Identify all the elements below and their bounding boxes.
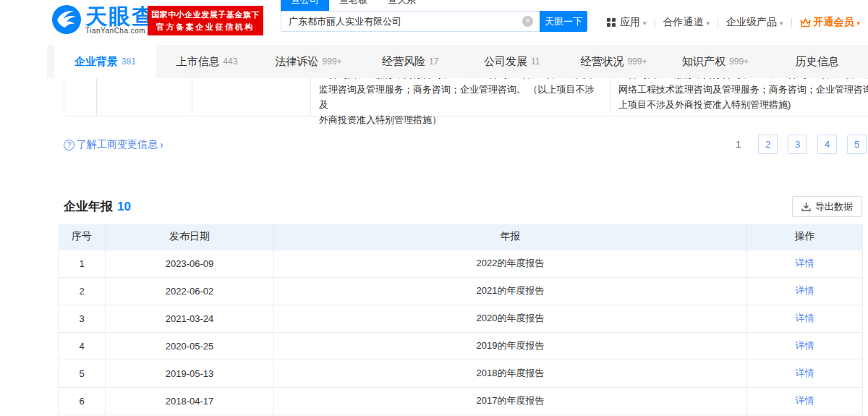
tianyancha-logo-icon — [52, 5, 81, 34]
change-table-border — [96, 72, 97, 116]
cell-report: 2019的年度报告 — [274, 332, 747, 360]
cell-no: 3 — [59, 305, 106, 332]
question-circle-icon: ? — [64, 140, 75, 150]
chevron-down-icon: ▾ — [857, 20, 861, 27]
page-1-current[interactable]: 1 — [728, 135, 748, 154]
annual-report-section-title: 企业年报10 — [64, 198, 131, 215]
menu-apps[interactable]: 应用 ▾ — [599, 16, 655, 29]
table-row: 2 2022-06-02 2021的年度报告 详情 — [59, 277, 863, 305]
detail-link[interactable]: 详情 — [796, 340, 814, 351]
table-header-row: 序号 发布日期 年报 操作 — [59, 224, 863, 250]
chevron-down-icon: ▾ — [643, 20, 647, 27]
change-table-border — [64, 72, 64, 116]
tab-count: 381 — [122, 56, 136, 67]
download-icon — [801, 202, 811, 211]
page-3[interactable]: 3 — [788, 135, 807, 154]
col-header-action: 操作 — [747, 224, 863, 250]
tab-operating-status[interactable]: 经营状况 999+ — [563, 45, 665, 78]
menu-label: 合作通道 — [663, 16, 704, 29]
detail-link[interactable]: 详情 — [796, 368, 814, 378]
tab-label: 公司发展 — [484, 55, 527, 69]
menu-vip-membership[interactable]: 开通会员 ▾ — [792, 16, 868, 29]
tab-count: 999+ — [627, 56, 647, 67]
tab-label: 法律诉讼 — [276, 55, 319, 69]
page-2[interactable]: 2 — [758, 135, 778, 154]
logo-title: 天眼查 — [85, 5, 155, 28]
tab-company-development[interactable]: 公司发展 11 — [461, 45, 563, 78]
clear-search-icon[interactable]: ✕ — [522, 16, 533, 27]
tab-company-background[interactable]: 企业背景 381 — [54, 45, 156, 78]
cell-date: 2020-05-25 — [106, 332, 274, 360]
pagination: 1 2 3 4 5 — [728, 135, 867, 154]
search-input[interactable] — [281, 11, 540, 32]
detail-link[interactable]: 详情 — [796, 258, 814, 268]
cell-date: 2018-04-17 — [106, 387, 274, 415]
section-tab-bar: 企业背景 381 上市信息 443 法律诉讼 999+ 经营风险 17 公司发展… — [47, 45, 868, 78]
detail-link[interactable]: 详情 — [796, 313, 814, 323]
tab-count: 11 — [531, 56, 540, 67]
business-change-info-link[interactable]: ? 了解工商变更信息 › — [64, 138, 163, 151]
cell-report: 2017的年度报告 — [274, 387, 747, 415]
tab-count: 999+ — [323, 56, 342, 67]
tab-count: 443 — [223, 56, 237, 67]
cell-no: 2 — [59, 277, 106, 305]
table-row: 5 2019-05-13 2018的年度报告 详情 — [59, 360, 863, 387]
header-menu: 应用 ▾ 合作通道 ▾ 企业级产品 ▾ 开通会员 ▾ — [599, 0, 868, 45]
tab-legal-proceedings[interactable]: 法律诉讼 999+ — [258, 45, 359, 78]
search-tab-boss[interactable]: 查老板 — [329, 0, 378, 11]
tianyancha-logo[interactable]: 天眼查 TianYanCha.com — [52, 5, 155, 35]
tab-operating-risk[interactable]: 经营风险 17 — [359, 45, 461, 78]
page-5[interactable]: 5 — [847, 135, 867, 154]
top-header: 天眼查 TianYanCha.com 国家中小企业发展子基金旗下 官方备案企业征… — [0, 0, 868, 45]
search-button[interactable]: 天眼一下 — [540, 11, 587, 32]
cell-report: 2020的年度报告 — [274, 305, 747, 332]
tab-listing-info[interactable]: 上市信息 443 — [156, 45, 258, 78]
cell-no: 6 — [59, 387, 106, 415]
cell-report: 2018的年度报告 — [274, 360, 747, 387]
chevron-right-icon: › — [160, 139, 163, 150]
tab-count: 17 — [429, 56, 438, 67]
col-header-date: 发布日期 — [106, 224, 274, 250]
crown-icon — [800, 18, 811, 27]
table-row: 6 2018-04-17 2017的年度报告 详情 — [59, 387, 863, 415]
badge-line1: 国家中小企业发展子基金旗下 — [148, 9, 263, 21]
page-4[interactable]: 4 — [817, 135, 837, 154]
cell-no: 4 — [59, 332, 106, 360]
menu-enterprise-products[interactable]: 企业级产品 ▾ — [718, 16, 791, 29]
menu-label: 应用 — [620, 16, 640, 29]
chevron-down-icon: ▾ — [707, 20, 710, 27]
menu-label: 开通会员 — [814, 16, 854, 29]
cell-no: 5 — [59, 360, 106, 387]
section-count: 10 — [117, 200, 131, 213]
cell-report: 2021的年度报告 — [274, 277, 747, 305]
tab-label: 企业背景 — [75, 55, 118, 69]
menu-partner-channel[interactable]: 合作通道 ▾ — [655, 16, 718, 29]
text-line: 上项目不涉及外商投资准入特别管理措施) — [618, 97, 868, 112]
change-table-border — [610, 72, 610, 116]
badge-line2: 官方备案企业征信机构 — [148, 21, 263, 33]
link-label: 了解工商变更信息 — [77, 138, 158, 151]
detail-link[interactable]: 详情 — [796, 285, 814, 296]
col-header-no: 序号 — [59, 224, 106, 250]
cell-report: 2022的年度报告 — [274, 250, 747, 277]
export-data-button[interactable]: 导出数据 — [792, 196, 862, 217]
cell-no: 1 — [59, 250, 106, 277]
tab-history-info[interactable]: 历史信息 — [766, 45, 868, 78]
detail-link[interactable]: 详情 — [796, 395, 814, 406]
search-tab-relation[interactable]: 查关系 — [378, 0, 426, 11]
tab-label: 历史信息 — [796, 55, 839, 69]
tab-label: 上市信息 — [176, 55, 219, 69]
table-row: 3 2021-03-24 2020的年度报告 详情 — [59, 305, 863, 332]
search-tab-company[interactable]: 查公司 — [281, 0, 329, 11]
text-line: 外商投资准入特别管理措施） — [319, 112, 603, 127]
cell-date: 2021-03-24 — [106, 305, 274, 332]
tab-intellectual-property[interactable]: 知识产权 999+ — [665, 45, 767, 78]
col-header-report: 年报 — [274, 224, 747, 250]
section-title-text: 企业年报 — [64, 200, 113, 213]
page: 理咨询及管理服务；商务咨询；企业管理咨询。（以上项目不涉及 监理咨询及管理服务；… — [0, 0, 868, 416]
export-label: 导出数据 — [815, 200, 853, 213]
text-line: 网络工程技术监理咨询及管理服务；商务咨询；企业管理咨询。（以 — [618, 82, 868, 97]
apps-grid-icon — [607, 18, 616, 27]
text-line: 监理咨询及管理服务；商务咨询；企业管理咨询。 （以上项目不涉及 — [319, 82, 603, 112]
menu-label: 企业级产品 — [726, 16, 777, 29]
